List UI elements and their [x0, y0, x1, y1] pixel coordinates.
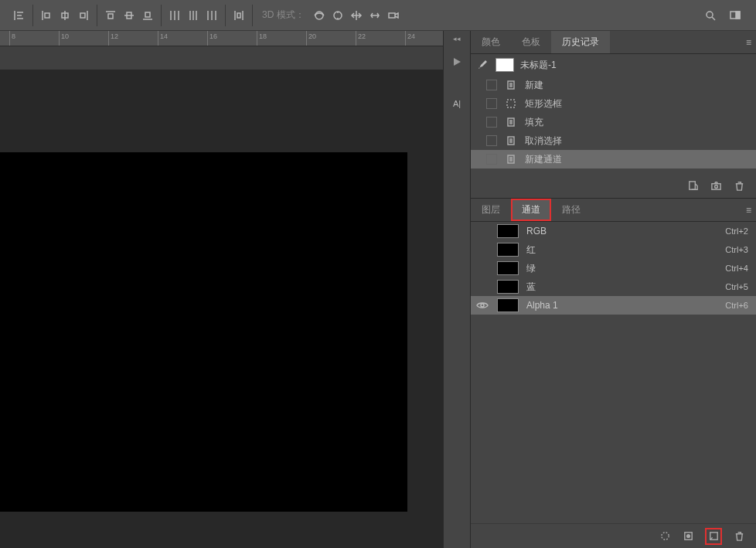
channel-thumbnail	[497, 280, 519, 294]
visibility-eye-icon[interactable]	[475, 243, 489, 257]
channel-item[interactable]: 蓝Ctrl+5	[471, 277, 756, 296]
tab-history[interactable]: 历史记录	[551, 31, 610, 53]
ruler-tick: 10	[59, 31, 69, 46]
visibility-eye-icon[interactable]	[475, 280, 489, 294]
document-icon	[505, 116, 517, 128]
channel-item[interactable]: RGBCtrl+2	[471, 222, 756, 240]
distribute-left-icon[interactable]	[166, 7, 183, 24]
distribute-right-icon[interactable]	[203, 7, 220, 24]
svg-point-17	[686, 535, 690, 538]
channel-name: Alpha 1	[526, 300, 717, 311]
expand-handle-icon[interactable]: ◂◂	[446, 34, 468, 43]
ruler-tick: 20	[306, 31, 316, 46]
history-checkbox[interactable]	[486, 117, 497, 128]
svg-point-3	[707, 12, 713, 18]
create-document-icon[interactable]	[686, 179, 699, 192]
channel-name: 红	[526, 243, 717, 257]
tab-color[interactable]: 颜色	[471, 31, 511, 53]
ruler-tick: 16	[207, 31, 217, 46]
distribute-spacing-icon[interactable]	[230, 7, 247, 24]
history-item[interactable]: 填充	[471, 113, 756, 131]
channel-shortcut: Ctrl+5	[725, 282, 748, 291]
ruler-tick: 22	[356, 31, 366, 46]
svg-point-15	[661, 533, 668, 539]
roll-icon[interactable]	[329, 7, 346, 24]
channel-shortcut: Ctrl+6	[725, 301, 748, 310]
search-icon[interactable]	[702, 7, 719, 24]
visibility-eye-icon[interactable]	[475, 261, 489, 275]
pan-icon[interactable]	[348, 7, 365, 24]
distribute-center-icon[interactable]	[185, 7, 202, 24]
tab-swatches[interactable]: 色板	[511, 31, 551, 53]
channel-shortcut: Ctrl+2	[725, 226, 748, 236]
channel-thumbnail	[497, 243, 519, 257]
history-item-label: 取消选择	[525, 134, 562, 148]
history-item[interactable]: 新建	[471, 76, 756, 94]
channels-tabs: 图层 通道 路径 ≡	[471, 199, 756, 222]
ruler-tick: 12	[108, 31, 118, 46]
align-edges-left-icon[interactable]	[38, 7, 55, 24]
load-selection-icon[interactable]	[659, 530, 671, 543]
channel-item[interactable]: Alpha 1Ctrl+6	[471, 296, 756, 315]
snapshot-camera-icon[interactable]	[710, 179, 722, 192]
channel-name: RGB	[526, 226, 717, 237]
svg-rect-2	[389, 13, 395, 18]
channel-item[interactable]: 绿Ctrl+4	[471, 259, 756, 277]
channel-thumbnail	[497, 261, 519, 275]
svg-point-13	[714, 185, 717, 188]
horizontal-ruler: 8101214161820222426	[0, 31, 443, 46]
history-item-label: 新建	[525, 79, 543, 92]
channel-name: 绿	[526, 262, 717, 275]
slide-icon[interactable]	[366, 7, 383, 24]
history-checkbox[interactable]	[486, 135, 497, 146]
history-checkbox[interactable]	[486, 154, 497, 165]
ruler-tick: 24	[405, 31, 415, 46]
align-edges-right-icon[interactable]	[75, 7, 92, 24]
channel-shortcut: Ctrl+4	[725, 264, 748, 273]
history-document-row[interactable]: 未标题-1	[471, 54, 756, 76]
history-item[interactable]: 取消选择	[471, 131, 756, 150]
tab-layers[interactable]: 图层	[471, 199, 511, 221]
align-top-icon[interactable]	[102, 7, 119, 24]
ruler-tick: 18	[257, 31, 267, 46]
tab-channels[interactable]: 通道	[511, 199, 551, 221]
visibility-eye-icon[interactable]	[475, 224, 489, 238]
new-channel-icon[interactable]	[707, 530, 720, 543]
align-left-icon[interactable]	[11, 7, 28, 24]
document-icon	[505, 79, 517, 91]
camera-icon[interactable]	[385, 7, 402, 24]
orbit-icon[interactable]	[311, 7, 328, 24]
history-item-label: 填充	[525, 116, 543, 129]
history-item[interactable]: 新建通道	[471, 150, 756, 168]
document-canvas[interactable]	[0, 152, 407, 512]
history-item-label: 新建通道	[525, 153, 562, 166]
history-item[interactable]: 矩形选框	[471, 94, 756, 113]
svg-rect-7	[507, 100, 515, 107]
tab-paths[interactable]: 路径	[551, 199, 591, 221]
trash-icon[interactable]	[733, 179, 745, 192]
panel-menu-icon[interactable]: ≡	[746, 205, 751, 216]
document-icon	[505, 134, 517, 147]
visibility-eye-icon[interactable]	[475, 298, 489, 312]
ruler-tick: 8	[9, 31, 15, 46]
marquee-icon	[505, 97, 517, 110]
svg-rect-5	[736, 12, 740, 19]
channel-item[interactable]: 红Ctrl+3	[471, 240, 756, 259]
save-selection-icon[interactable]	[682, 530, 694, 543]
canvas-area[interactable]: 8101214161820222426	[0, 31, 443, 548]
align-center-h-icon[interactable]	[56, 7, 73, 24]
svg-point-14	[481, 304, 484, 307]
panel-menu-icon[interactable]: ≡	[746, 37, 751, 48]
options-toolbar: 3D 模式：	[0, 0, 756, 31]
history-tabs: 颜色 色板 历史记录 ≡	[471, 31, 756, 54]
screen-mode-icon[interactable]	[727, 7, 744, 24]
history-item-label: 矩形选框	[525, 97, 562, 111]
align-middle-v-icon[interactable]	[121, 7, 138, 24]
history-checkbox[interactable]	[486, 80, 497, 90]
collapsed-label[interactable]: A|	[453, 99, 461, 108]
history-checkbox[interactable]	[486, 98, 497, 109]
align-bottom-icon[interactable]	[139, 7, 156, 24]
play-icon[interactable]	[448, 53, 466, 71]
document-thumbnail	[495, 58, 514, 72]
trash-icon[interactable]	[733, 530, 745, 543]
